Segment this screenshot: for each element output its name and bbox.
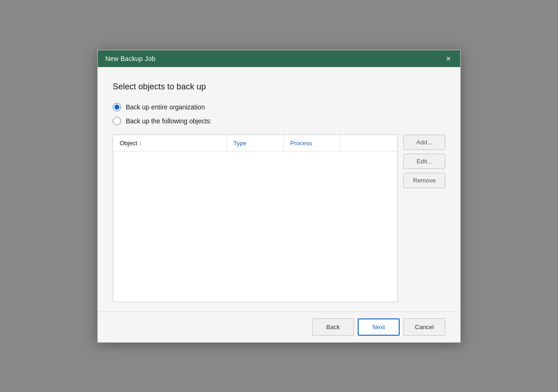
remove-button[interactable]: Remove <box>403 173 445 188</box>
radio-following-objects[interactable]: Back up the following objects: <box>113 117 445 125</box>
table-header: Object ↓ Type Process <box>113 135 397 152</box>
col-object-label: Object <box>120 140 137 147</box>
col-object: Object ↓ <box>113 135 227 151</box>
radio-group: Back up entire organization Back up the … <box>113 103 445 125</box>
next-button[interactable]: Next <box>358 318 400 336</box>
objects-table[interactable]: Object ↓ Type Process <box>113 135 398 302</box>
col-process-label: Process <box>290 140 312 147</box>
sort-icon: ↓ <box>139 140 142 146</box>
edit-button[interactable]: Edit... <box>403 154 445 169</box>
col-type: Type <box>227 135 284 151</box>
radio-entire-org-label: Back up entire organization <box>126 103 205 111</box>
content-area: Object ↓ Type Process Add... Edit... Rem… <box>113 135 445 302</box>
dialog-titlebar: New Backup Job × <box>98 50 460 67</box>
radio-entire-org[interactable]: Back up entire organization <box>113 103 445 111</box>
dialog-body: Select objects to back up Back up entire… <box>98 67 460 311</box>
section-title: Select objects to back up <box>113 82 445 92</box>
col-type-label: Type <box>233 140 246 147</box>
table-body <box>113 152 397 301</box>
sidebar-buttons: Add... Edit... Remove <box>403 135 445 302</box>
add-button[interactable]: Add... <box>403 135 445 150</box>
radio-entire-org-input[interactable] <box>113 103 121 111</box>
col-extra <box>340 135 397 151</box>
cancel-button[interactable]: Cancel <box>403 318 445 336</box>
dialog-footer: Back Next Cancel <box>98 311 460 342</box>
radio-following-objects-label: Back up the following objects: <box>126 117 211 125</box>
back-button[interactable]: Back <box>312 318 354 336</box>
new-backup-job-dialog: New Backup Job × Select objects to back … <box>97 50 461 343</box>
col-process: Process <box>284 135 340 151</box>
radio-following-objects-input[interactable] <box>113 117 121 125</box>
dialog-title: New Backup Job <box>105 55 156 62</box>
close-button[interactable]: × <box>444 54 453 64</box>
